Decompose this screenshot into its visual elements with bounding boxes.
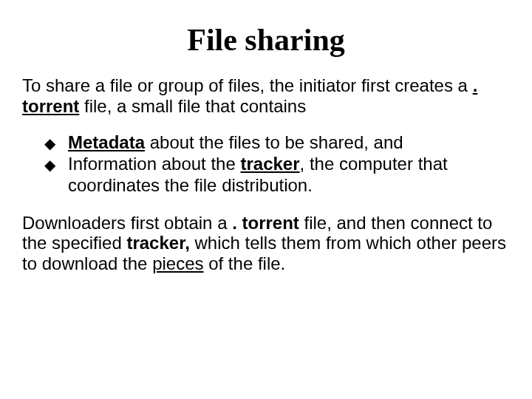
outro-tracker: tracker, — [126, 233, 189, 253]
outro-text-4: of the file. — [204, 253, 286, 273]
intro-paragraph: To share a file or group of files, the i… — [22, 75, 510, 116]
list-item: ◆Information about the tracker, the comp… — [22, 154, 510, 197]
diamond-icon: ◆ — [44, 156, 68, 174]
list-item: ◆Metadata about the files to be shared, … — [22, 132, 510, 154]
bullet2-tracker: tracker — [240, 154, 299, 174]
outro-paragraph: Downloaders first obtain a . torrent fil… — [22, 213, 510, 274]
outro-torrent: . torrent — [232, 213, 299, 233]
bullet1-rest: about the files to be shared, and — [145, 132, 403, 152]
bullet2-lead: Information about the — [68, 154, 240, 174]
slide: File sharing To share a file or group of… — [0, 0, 532, 399]
diamond-icon: ◆ — [44, 134, 68, 152]
outro-pieces: pieces — [152, 253, 203, 273]
outro-text-1: Downloaders first obtain a — [22, 213, 232, 233]
intro-text-1: To share a file or group of files, the i… — [22, 75, 473, 95]
bullet1-metadata: Metadata — [68, 132, 145, 152]
bullet-list: ◆Metadata about the files to be shared, … — [22, 132, 510, 196]
slide-title: File sharing — [22, 22, 510, 58]
intro-text-2: file, a small file that contains — [79, 96, 306, 116]
